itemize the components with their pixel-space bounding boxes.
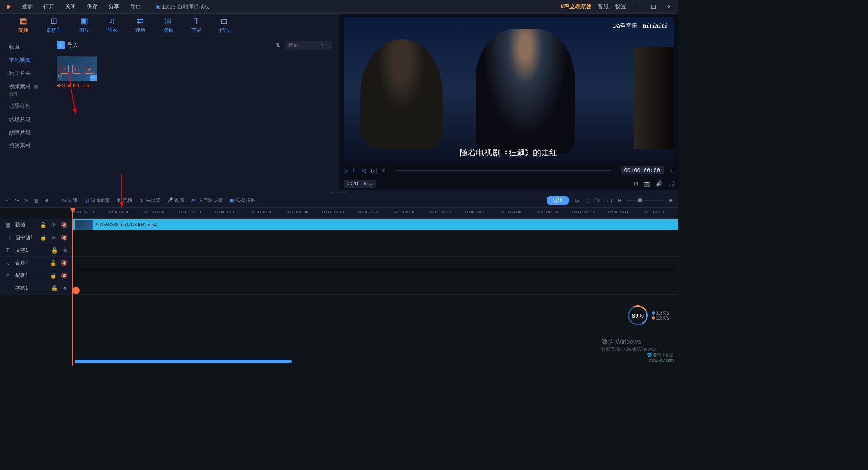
- zoom-slider[interactable]: [627, 200, 663, 201]
- media-thumbnail[interactable]: +◻🗑 ♡ ✓ 991558388_nb3...: [57, 56, 332, 88]
- lock-icon[interactable]: 🔓: [50, 273, 57, 279]
- sort-button[interactable]: ⇅: [276, 42, 280, 48]
- eye-icon[interactable]: 👁: [62, 285, 68, 291]
- mute-icon[interactable]: 🔇: [61, 260, 68, 266]
- loop-button[interactable]: ○: [382, 167, 385, 174]
- export-button[interactable]: 导出: [547, 196, 569, 205]
- tab-text[interactable]: T文字: [182, 16, 210, 33]
- watermark-button[interactable]: ⫝去水印: [139, 197, 160, 204]
- safe-zone-icon[interactable]: ⊡: [669, 167, 674, 174]
- settings-button[interactable]: 设置: [615, 3, 626, 10]
- camera-icon[interactable]: 📷: [644, 180, 651, 187]
- close-button[interactable]: ✕: [665, 4, 674, 10]
- shield-icon[interactable]: ⬡: [594, 197, 599, 203]
- lock-icon[interactable]: 🔓: [50, 260, 57, 266]
- vip-button[interactable]: VIP立即开通: [561, 3, 591, 10]
- zoom-in-button[interactable]: ⊕: [669, 197, 673, 203]
- minimize-button[interactable]: —: [633, 4, 642, 10]
- search-icon[interactable]: ⌕: [320, 42, 323, 48]
- track-body[interactable]: [72, 231, 678, 244]
- split-button[interactable]: ⊞: [44, 197, 48, 203]
- play-button[interactable]: ▷: [344, 167, 348, 174]
- crop-icon[interactable]: ◻: [72, 65, 81, 74]
- track-body[interactable]: [72, 244, 678, 256]
- sidebar-item-local[interactable]: 本地视频: [0, 54, 50, 67]
- next-frame-button[interactable]: ▷|: [371, 167, 377, 174]
- tab-image[interactable]: ▣图片: [70, 16, 98, 33]
- timeline-scrollbar[interactable]: [75, 360, 292, 363]
- menu-share[interactable]: 分享: [103, 3, 125, 10]
- mute-icon[interactable]: 🔇: [61, 273, 68, 279]
- tab-video[interactable]: ▦视频: [9, 16, 37, 33]
- track-body[interactable]: [72, 282, 678, 294]
- search-box[interactable]: ⌕: [285, 41, 332, 50]
- lock-icon[interactable]: 🔓: [51, 285, 58, 291]
- sidebar-item-bg[interactable]: 背景样例: [0, 100, 50, 113]
- aspect-ratio-select[interactable]: 🖵 16 : 9 ⌄: [344, 180, 376, 188]
- image-icon: ▣: [80, 16, 88, 26]
- speed-button[interactable]: ◷调速: [61, 197, 78, 204]
- tab-filter[interactable]: ◎滤镜: [154, 16, 182, 33]
- layout-icon[interactable]: ◫: [585, 197, 589, 203]
- menu-save[interactable]: 保存: [81, 3, 103, 10]
- lock-icon[interactable]: 🔓: [51, 247, 58, 254]
- dub-button[interactable]: 🎤配音: [167, 197, 185, 204]
- sidebar-item-intro[interactable]: 精美片头: [0, 67, 50, 80]
- cut-button[interactable]: ✂: [24, 197, 28, 203]
- tab-works[interactable]: 🗀作品: [210, 16, 238, 33]
- tab-music[interactable]: ♫音乐: [98, 16, 126, 33]
- fit-icon[interactable]: [↔]: [604, 198, 612, 203]
- lock-icon[interactable]: 🔓: [40, 235, 47, 241]
- import-button[interactable]: ↓ 导入: [57, 41, 78, 49]
- marker-icon[interactable]: ◎: [575, 197, 579, 203]
- snapshot-icon[interactable]: ⊡: [634, 180, 638, 187]
- menu-export[interactable]: 导出: [125, 3, 146, 10]
- sidebar-item-glitch[interactable]: 故障片段: [0, 126, 50, 139]
- trash-button[interactable]: 🗑: [34, 197, 39, 203]
- tab-library[interactable]: ⊡素材库: [37, 16, 70, 33]
- undo-button[interactable]: ↶: [5, 197, 9, 203]
- menu-close[interactable]: 关闭: [60, 3, 81, 10]
- playhead-handle[interactable]: [72, 287, 80, 294]
- tts-button[interactable]: Aᵛ文字转语音: [191, 197, 223, 204]
- mute-icon[interactable]: 🔇: [61, 235, 68, 241]
- sidebar-item-stock[interactable]: 视频素材(非商用): [0, 80, 50, 100]
- track-label: 视频: [15, 221, 35, 228]
- track-body[interactable]: [72, 269, 678, 282]
- delete-icon[interactable]: 🗑: [85, 65, 94, 74]
- transition-icon: ⇄: [137, 16, 144, 26]
- maximize-button[interactable]: ☐: [649, 4, 658, 10]
- zoom-out-button[interactable]: ⊖: [618, 197, 622, 203]
- sidebar-item-favorites[interactable]: 收藏: [0, 41, 50, 54]
- track-body[interactable]: 991558388_nb3-1-30032.mp4: [72, 219, 678, 231]
- video-clip[interactable]: 991558388_nb3-1-30032.mp4: [72, 219, 678, 230]
- keying-button[interactable]: ▦绿幕抠图: [230, 197, 256, 204]
- sidebar-item-funny[interactable]: 搞笑素材: [0, 139, 50, 152]
- mute-icon[interactable]: 🔇: [61, 222, 68, 228]
- ruler-mark: 00:00:50:00: [608, 210, 630, 214]
- eye-icon[interactable]: 👁: [62, 247, 68, 254]
- preview-video[interactable]: Da圣音乐 bilibili 随着电视剧《狂飙》的走红: [344, 17, 674, 164]
- login-button[interactable]: 登录: [16, 3, 38, 10]
- fullscreen-icon[interactable]: ⛶: [668, 180, 674, 187]
- preview-scrubber[interactable]: [396, 170, 611, 171]
- heart-icon[interactable]: ♡: [58, 74, 62, 80]
- sidebar-item-trans-clip[interactable]: 转场片段: [0, 113, 50, 126]
- volume-icon[interactable]: 🔊: [656, 180, 663, 187]
- playhead[interactable]: [72, 208, 73, 366]
- eye-icon[interactable]: 👁: [51, 222, 57, 228]
- tab-transition[interactable]: ⇄转场: [126, 16, 154, 33]
- eye-icon[interactable]: 👁: [51, 235, 57, 241]
- kefu-button[interactable]: 客服: [598, 3, 609, 10]
- menu-open[interactable]: 打开: [38, 3, 60, 10]
- timeline-ruler[interactable]: 00:00:00:0000:00:03:1000:00:06:2000:00:1…: [72, 208, 678, 219]
- search-input[interactable]: [288, 42, 320, 48]
- ruler-mark: 00:00:40:00: [501, 210, 523, 214]
- redo-button[interactable]: ↷: [15, 197, 19, 203]
- panel-resize-handle[interactable]: • • • •: [0, 190, 678, 193]
- prev-frame-button[interactable]: ◁: [362, 167, 366, 174]
- track-body[interactable]: [72, 257, 678, 269]
- stop-button[interactable]: □: [353, 167, 356, 174]
- lock-icon[interactable]: 🔓: [40, 222, 47, 228]
- crop-button[interactable]: ◫画面裁剪: [84, 197, 110, 204]
